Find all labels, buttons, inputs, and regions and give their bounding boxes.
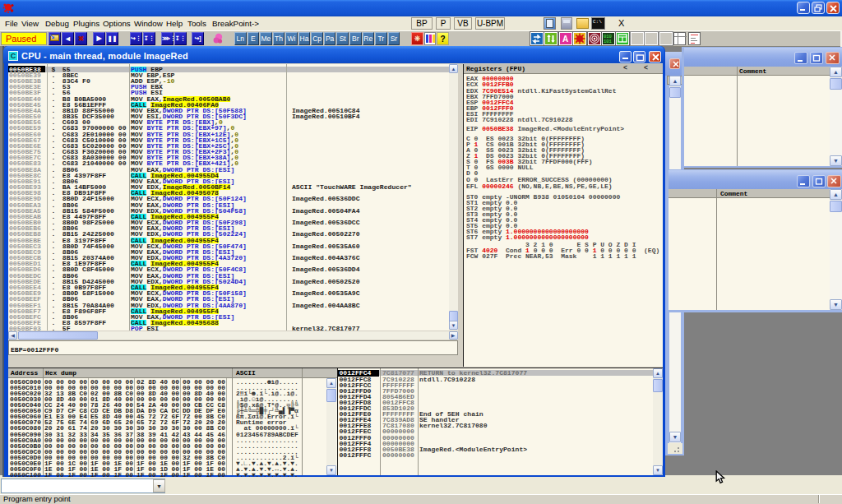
svg-text:A: A [562,35,568,44]
svg-text:101: 101 [604,39,613,44]
